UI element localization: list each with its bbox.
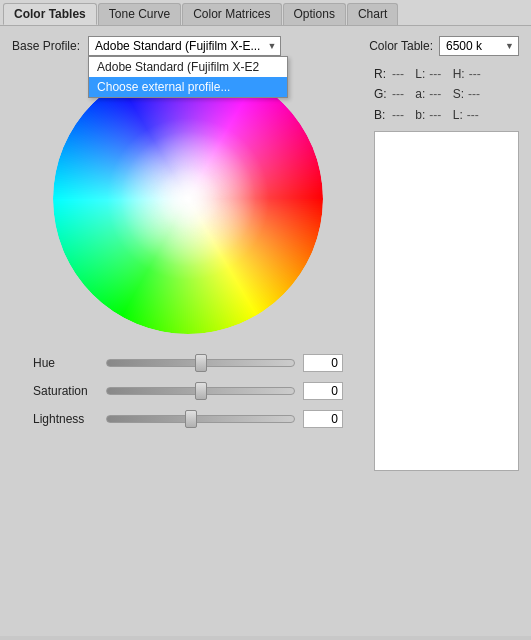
b-value: ---: [392, 105, 404, 125]
b2-label: b:: [415, 105, 425, 125]
top-row: Base Profile: Adobe Standard (Fujifilm X…: [12, 36, 519, 56]
h-label: H:: [453, 64, 465, 84]
r-label: R:: [374, 64, 388, 84]
l2-value: ---: [467, 105, 479, 125]
base-profile-label: Base Profile:: [12, 39, 80, 53]
tab-tone-curve[interactable]: Tone Curve: [98, 3, 181, 25]
base-profile-dropdown-container: Adobe Standard (Fujifilm X-E... Adobe St…: [88, 36, 281, 56]
tab-color-matrices[interactable]: Color Matrices: [182, 3, 281, 25]
saturation-slider-row: Saturation: [33, 382, 343, 400]
color-table-label: Color Table:: [369, 39, 433, 53]
hue-slider-thumb[interactable]: [195, 354, 207, 372]
color-info-row-3: B: --- b: --- L: ---: [374, 105, 519, 125]
a-value: ---: [429, 84, 441, 104]
g-value: ---: [392, 84, 404, 104]
tab-bar: Color Tables Tone Curve Color Matrices O…: [0, 0, 531, 26]
sliders-section: Hue Saturation Lightness: [33, 354, 343, 438]
l-label: L:: [415, 64, 425, 84]
main-content: Base Profile: Adobe Standard (Fujifilm X…: [0, 26, 531, 636]
color-wheel-container: [53, 64, 323, 334]
color-info-row-2: G: --- a: --- S: ---: [374, 84, 519, 104]
hue-slider-row: Hue: [33, 354, 343, 372]
tab-color-tables[interactable]: Color Tables: [3, 3, 97, 25]
b-label: B:: [374, 105, 388, 125]
dropdown-item-adobe-standard[interactable]: Adobe Standard (Fujifilm X-E2: [89, 57, 287, 77]
lightness-slider-row: Lightness: [33, 410, 343, 428]
saturation-value-input[interactable]: [303, 382, 343, 400]
color-table-section: Color Table: 6500 k: [369, 36, 519, 56]
left-column: Hue Saturation Lightness: [12, 64, 364, 471]
lightness-value-input[interactable]: [303, 410, 343, 428]
saturation-slider-track: [106, 387, 295, 395]
color-info-row-1: R: --- L: --- H: ---: [374, 64, 519, 84]
base-profile-dropdown-menu: Adobe Standard (Fujifilm X-E2 Choose ext…: [88, 56, 288, 98]
s-label: S:: [453, 84, 464, 104]
l-value: ---: [429, 64, 441, 84]
h-value: ---: [469, 64, 481, 84]
base-profile-dropdown-button[interactable]: Adobe Standard (Fujifilm X-E...: [88, 36, 281, 56]
preview-box: [374, 131, 519, 471]
hue-slider-track: [106, 359, 295, 367]
color-table-dropdown-button[interactable]: 6500 k: [439, 36, 519, 56]
saturation-label: Saturation: [33, 384, 98, 398]
lightness-label: Lightness: [33, 412, 98, 426]
lightness-slider-thumb[interactable]: [185, 410, 197, 428]
content-area: Hue Saturation Lightness: [12, 64, 519, 471]
r-value: ---: [392, 64, 404, 84]
right-column: R: --- L: --- H: --- G: --- a: ---: [374, 64, 519, 471]
tab-chart[interactable]: Chart: [347, 3, 398, 25]
saturation-slider-thumb[interactable]: [195, 382, 207, 400]
color-wheel[interactable]: [53, 64, 323, 334]
s-value: ---: [468, 84, 480, 104]
a-label: a:: [415, 84, 425, 104]
l2-label: L:: [453, 105, 463, 125]
lightness-slider-track: [106, 415, 295, 423]
g-label: G:: [374, 84, 388, 104]
dropdown-item-choose-external[interactable]: Choose external profile...: [89, 77, 287, 97]
color-info: R: --- L: --- H: --- G: --- a: ---: [374, 64, 519, 125]
hue-value-input[interactable]: [303, 354, 343, 372]
tab-options[interactable]: Options: [283, 3, 346, 25]
hue-label: Hue: [33, 356, 98, 370]
b2-value: ---: [429, 105, 441, 125]
